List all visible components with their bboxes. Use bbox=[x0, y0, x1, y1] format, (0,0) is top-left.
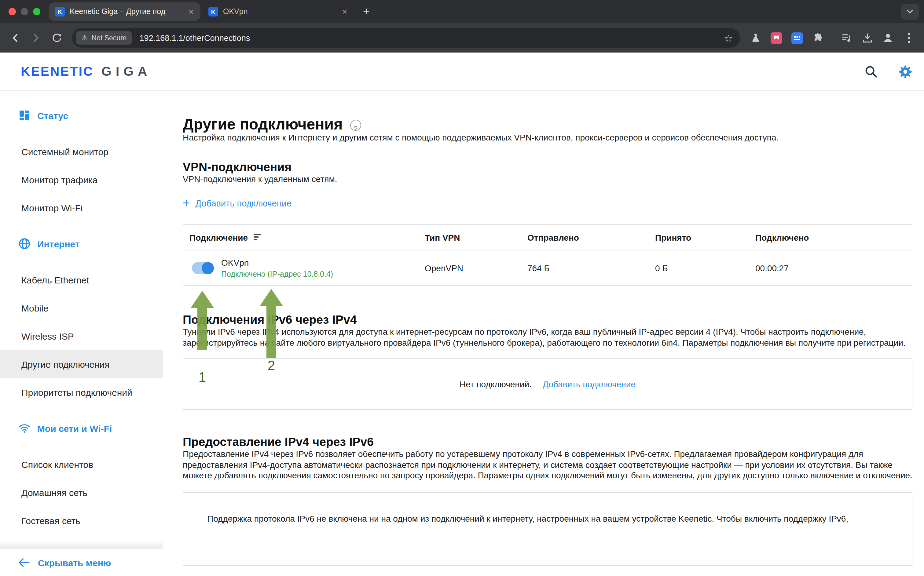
sidebar-item-client-list[interactable]: Список клиентов bbox=[0, 450, 163, 478]
sidebar-item-connection-priorities[interactable]: Приоритеты подключений bbox=[0, 378, 163, 406]
sidebar-section-internet[interactable]: Интернет bbox=[0, 230, 163, 258]
close-window-button[interactable] bbox=[8, 8, 16, 15]
tab-keenetic-giga[interactable]: K Keenetic Giga – Другие под × bbox=[49, 2, 200, 21]
sidebar-item-guest-network[interactable]: Гостевая сеть bbox=[0, 506, 163, 534]
sidebar-item-other-connections[interactable]: Другие подключения bbox=[0, 350, 163, 378]
sidebar-item-label: Приоритеты подключений bbox=[21, 387, 132, 397]
tab-search-chevron-button[interactable] bbox=[901, 4, 919, 19]
table-header-row: Подключение Тип VPN Отправлено Принято П… bbox=[183, 224, 913, 250]
sidebar-item-mobile[interactable]: Mobile bbox=[0, 294, 163, 322]
sidebar-item-label: Mobile bbox=[21, 302, 48, 313]
column-header-received[interactable]: Принято bbox=[655, 232, 755, 242]
profile-icon[interactable] bbox=[879, 29, 897, 47]
browser-menu-icon[interactable] bbox=[900, 29, 918, 47]
security-chip[interactable]: ⚠ Not Secure bbox=[76, 31, 132, 45]
search-icon bbox=[864, 64, 878, 78]
sidebar-item-traffic-monitor[interactable]: Монитор трафика bbox=[0, 166, 163, 194]
screenshot-root: K Keenetic Giga – Другие под × K OKVpn ×… bbox=[0, 0, 924, 576]
sidebar-item-label: Монитор Wi-Fi bbox=[21, 203, 83, 213]
keenetic-logo: KEENETIC GIGA bbox=[21, 64, 151, 79]
vpn-section-subtitle: VPN-подключения к удаленным сетям. bbox=[183, 174, 913, 184]
brand-keenetic: KEENETIC bbox=[21, 64, 93, 79]
bookmark-star-icon[interactable]: ☆ bbox=[724, 32, 733, 44]
globe-icon bbox=[18, 238, 30, 250]
extensions-puzzle-icon[interactable] bbox=[809, 29, 827, 47]
connection-type-cell: OpenVPN bbox=[425, 263, 527, 273]
browser-tabstrip: K Keenetic Giga – Другие под × K OKVpn ×… bbox=[0, 0, 924, 23]
extension-pink-icon[interactable] bbox=[767, 29, 785, 47]
vpn-connections-table: Подключение Тип VPN Отправлено Принято П… bbox=[183, 224, 913, 286]
sidebar-scroll-shadow bbox=[0, 541, 163, 548]
tab-close-icon[interactable]: × bbox=[187, 7, 195, 16]
extension-flask-icon[interactable] bbox=[746, 29, 764, 47]
tab-okvpn[interactable]: K OKVpn × bbox=[202, 2, 354, 21]
connection-name[interactable]: OKVpn bbox=[221, 258, 333, 268]
toggle-knob bbox=[202, 262, 214, 274]
plus-icon: + bbox=[183, 197, 190, 209]
chevron-down-icon bbox=[906, 9, 914, 14]
media-controls-icon[interactable] bbox=[837, 29, 855, 47]
sidebar-item-label: Другие подключения bbox=[21, 359, 110, 369]
url-text[interactable]: 192.168.1.1/otherConnections bbox=[139, 33, 717, 42]
minimize-window-button[interactable] bbox=[21, 8, 28, 15]
page-title-row: Другие подключения ? bbox=[183, 115, 913, 133]
sidebar: Статус Системный монитор Монитор трафика… bbox=[0, 91, 163, 576]
reload-button[interactable] bbox=[48, 29, 66, 47]
gear-icon bbox=[897, 64, 913, 79]
search-button[interactable] bbox=[862, 62, 880, 81]
forward-arrow-icon bbox=[30, 32, 42, 43]
connection-received-cell: 0 Б bbox=[655, 263, 755, 273]
tab-title: Keenetic Giga – Другие под bbox=[70, 7, 182, 16]
sidebar-section-label: Интернет bbox=[37, 238, 80, 249]
column-header-vpn-type[interactable]: Тип VPN bbox=[425, 232, 527, 242]
header-actions bbox=[862, 62, 914, 81]
dashboard-grid-icon bbox=[18, 109, 30, 122]
new-tab-button[interactable]: + bbox=[356, 5, 377, 18]
page-intro: Настройка подключения к Интернету и друг… bbox=[183, 133, 913, 143]
tab-close-icon[interactable]: × bbox=[340, 7, 349, 16]
sort-icon bbox=[253, 234, 262, 241]
connection-status: Подключено (IP-адрес 10.8.0.4) bbox=[221, 270, 333, 278]
sidebar-item-wifi-monitor[interactable]: Монитор Wi-Fi bbox=[0, 194, 163, 222]
sidebar-section-label: Статус bbox=[37, 110, 68, 121]
vpn-section-heading: VPN-подключения bbox=[183, 159, 913, 174]
column-header-connected[interactable]: Подключено bbox=[755, 232, 913, 242]
forward-button[interactable] bbox=[27, 29, 45, 47]
add-vpn-connection-link[interactable]: + Добавить подключение bbox=[183, 198, 291, 209]
browser-toolbar: ⚠ Not Secure 192.168.1.1/otherConnection… bbox=[0, 23, 924, 53]
vpn-connection-toggle[interactable] bbox=[192, 262, 214, 274]
back-arrow-icon bbox=[10, 32, 21, 43]
sidebar-section-label: Мои сети и Wi-Fi bbox=[37, 423, 112, 434]
settings-button[interactable] bbox=[896, 62, 914, 81]
downloads-icon[interactable] bbox=[858, 29, 876, 47]
extension-keyboard-icon[interactable] bbox=[788, 29, 806, 47]
collapse-menu-button[interactable]: Скрывать меню bbox=[0, 548, 163, 576]
help-icon[interactable]: ? bbox=[350, 119, 361, 130]
sidebar-section-my-networks[interactable]: Мои сети и Wi-Fi bbox=[0, 414, 163, 442]
sidebar-item-ethernet[interactable]: Кабель Ethernet bbox=[0, 266, 163, 294]
zoom-window-button[interactable] bbox=[33, 8, 40, 15]
table-row[interactable]: OKVpn Подключено (IP-адрес 10.8.0.4) Ope… bbox=[183, 250, 913, 286]
ipv6-support-notice-text: Поддержка протокола IPv6 не включена ни … bbox=[207, 514, 848, 523]
keenetic-favicon: K bbox=[55, 7, 65, 16]
ipv6-section-description: Туннели IPv6 через IPv4 используются для… bbox=[183, 327, 913, 348]
address-bar[interactable]: ⚠ Not Secure 192.168.1.1/otherConnection… bbox=[72, 28, 740, 48]
sidebar-item-system-monitor[interactable]: Системный монитор bbox=[0, 138, 163, 166]
column-header-sent[interactable]: Отправлено bbox=[527, 232, 655, 242]
sidebar-item-wireless-isp[interactable]: Wireless ISP bbox=[0, 322, 163, 350]
main-content: Другие подключения ? Настройка подключен… bbox=[163, 91, 924, 576]
sidebar-item-label: Wireless ISP bbox=[21, 331, 74, 341]
connection-uptime-cell: 00:00:27 bbox=[755, 263, 913, 273]
column-header-connection[interactable]: Подключение bbox=[183, 232, 425, 242]
add-ipv6-connection-link[interactable]: Добавить подключение bbox=[543, 379, 636, 389]
back-button[interactable] bbox=[6, 29, 24, 47]
ipv6-empty-state: Нет подключений. Добавить подключение bbox=[183, 358, 913, 410]
arrow-left-icon bbox=[18, 558, 30, 568]
sidebar-item-home-network[interactable]: Домашняя сеть bbox=[0, 478, 163, 506]
sidebar-item-label: Гостевая сеть bbox=[21, 515, 80, 526]
sidebar-item-label: Кабель Ethernet bbox=[21, 275, 89, 285]
window-controls bbox=[0, 8, 49, 15]
sidebar-section-status[interactable]: Статус bbox=[0, 101, 163, 130]
keenetic-favicon: K bbox=[208, 7, 218, 16]
connection-name-block[interactable]: OKVpn Подключено (IP-адрес 10.8.0.4) bbox=[221, 258, 333, 278]
